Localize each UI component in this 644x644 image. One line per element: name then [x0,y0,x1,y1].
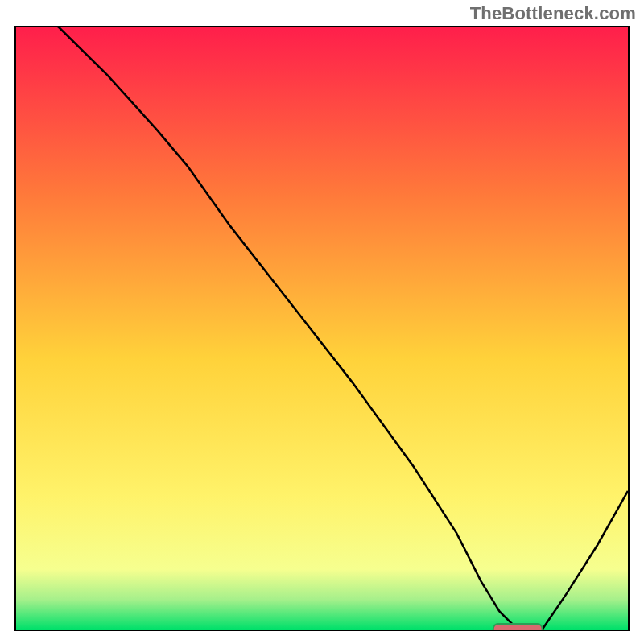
plot-area [14,26,630,631]
plot-svg [16,27,628,630]
gradient-background [16,27,628,630]
minimum-marker [493,624,543,630]
chart-container: TheBottleneck.com [0,0,644,644]
watermark-text: TheBottleneck.com [470,3,636,24]
